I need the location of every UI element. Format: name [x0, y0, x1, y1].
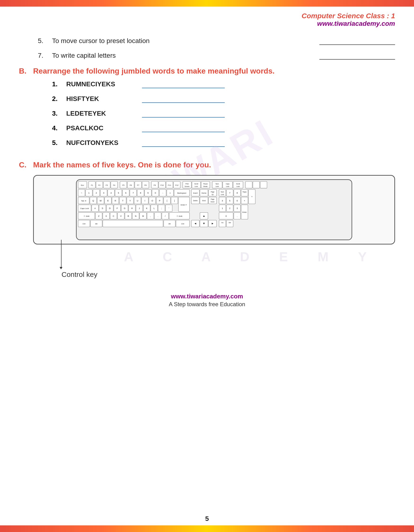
- svg-text:5: 5: [118, 192, 119, 194]
- svg-text:0: 0: [155, 192, 156, 194]
- svg-text:⇧ Shift: ⇧ Shift: [176, 215, 183, 217]
- svg-text:Home: Home: [202, 192, 207, 194]
- svg-text:T: T: [122, 200, 124, 202]
- svg-text:F1: F1: [91, 184, 93, 186]
- control-key-label: Control key: [61, 270, 97, 278]
- svg-text:Delete: Delete: [193, 200, 198, 201]
- svg-text:E: E: [107, 200, 109, 202]
- svg-text:F9: F9: [154, 184, 156, 186]
- item-text: To write capital letters: [52, 52, 312, 59]
- svg-text:,: ,: [150, 215, 151, 217]
- svg-text:M: M: [142, 215, 144, 217]
- svg-text:⇧ Shift: ⇧ Shift: [84, 215, 90, 217]
- svg-text:F11: F11: [168, 184, 171, 186]
- svg-text:Lock: Lock: [226, 186, 229, 187]
- svg-text:+: +: [251, 196, 252, 198]
- keyboard-svg: Esc F1 F2 F3 F4 F5: [37, 179, 391, 240]
- item-number: 7.: [38, 52, 52, 59]
- item-number: 4.: [52, 124, 66, 132]
- answer-line: [142, 139, 225, 147]
- svg-text:-: -: [162, 192, 163, 194]
- svg-text:3: 3: [237, 207, 238, 209]
- svg-text:4: 4: [222, 200, 223, 202]
- svg-text:F10: F10: [161, 184, 164, 186]
- svg-text:8: 8: [140, 192, 141, 194]
- svg-text:6: 6: [237, 200, 238, 202]
- svg-text:▼: ▼: [202, 222, 205, 225]
- svg-text:.: .: [237, 215, 238, 217]
- svg-text:Page: Page: [211, 198, 215, 200]
- svg-text:Lock: Lock: [237, 186, 240, 187]
- item-number: 3.: [52, 110, 66, 117]
- svg-rect-216: [226, 220, 233, 227]
- header-title: Computer Science Class : 1: [302, 12, 395, 20]
- svg-text:': ': [169, 207, 169, 209]
- svg-text:3: 3: [103, 192, 104, 194]
- svg-text:Z: Z: [98, 215, 100, 217]
- list-item: 1. RUMNECIYEKS: [52, 80, 275, 88]
- svg-text:Num: Num: [215, 183, 219, 185]
- svg-text:7: 7: [133, 192, 134, 194]
- svg-text:O: O: [151, 200, 153, 202]
- svg-rect-214: [219, 220, 226, 227]
- item-number: 5.: [38, 37, 52, 45]
- svg-text:Ctrl: Ctrl: [181, 223, 184, 225]
- answer-line: [142, 109, 225, 117]
- svg-text:◄: ◄: [194, 222, 197, 225]
- svg-text:L: L: [154, 207, 155, 209]
- item-text: To move cursor to preset location: [52, 37, 312, 45]
- section-b-heading: Rearrange the following jumbled words to…: [33, 67, 275, 76]
- svg-text:N: N: [135, 215, 136, 217]
- svg-text:Alt: Alt: [168, 223, 171, 225]
- item-number: 2.: [52, 95, 66, 103]
- svg-text:=: =: [169, 192, 171, 194]
- section-c-label: C.: [19, 161, 33, 169]
- svg-text:F3: F3: [106, 184, 108, 186]
- section-b-content: 1. RUMNECIYEKS 2. HISFTYEK 3. LEDETEYEK: [52, 80, 275, 147]
- svg-text:F5: F5: [122, 184, 125, 186]
- svg-text:X: X: [106, 215, 107, 217]
- svg-text:P: P: [159, 200, 160, 202]
- svg-text:2: 2: [229, 207, 231, 209]
- svg-text:Down: Down: [211, 201, 215, 203]
- jumbled-word: PSACLKOC: [66, 124, 133, 132]
- svg-text:F4: F4: [113, 184, 116, 186]
- section-b: B. Rearrange the following jumbled words…: [19, 67, 395, 153]
- svg-rect-47: [260, 181, 267, 188]
- svg-text:F7: F7: [137, 184, 139, 186]
- svg-text:Up: Up: [212, 194, 214, 196]
- svg-text:End: End: [202, 200, 206, 202]
- footer: www.tiwariacademy.com A Step towards fre…: [19, 293, 395, 308]
- footer-website: www.tiwariacademy.com: [19, 293, 395, 300]
- svg-text:Print: Print: [185, 183, 189, 185]
- jumbled-word: RUMNECIYEKS: [66, 80, 133, 88]
- svg-text:[: [: [167, 200, 167, 202]
- svg-text:Lock: Lock: [195, 186, 198, 187]
- keyboard-diagram: Esc F1 F2 F3 F4 F5: [33, 175, 395, 245]
- svg-text:~: ~: [81, 192, 82, 194]
- svg-text:Del: Del: [229, 222, 231, 223]
- svg-text:I: I: [144, 200, 145, 202]
- svg-text:F12: F12: [175, 184, 178, 186]
- svg-text:F6: F6: [130, 184, 132, 186]
- svg-text:G: G: [124, 207, 125, 209]
- svg-text:1: 1: [88, 192, 89, 194]
- svg-text:D: D: [109, 207, 111, 209]
- svg-text:Caps: Caps: [226, 183, 230, 185]
- svg-text:V: V: [120, 215, 122, 217]
- svg-text:Esc: Esc: [81, 184, 84, 186]
- svg-text:Ctrl: Ctrl: [83, 223, 85, 225]
- svg-text:Alt: Alt: [95, 223, 98, 225]
- svg-text:0: 0: [225, 215, 227, 217]
- svg-rect-203: [103, 220, 163, 227]
- svg-text:2: 2: [96, 192, 97, 194]
- list-item: 5. To move cursor to preset location: [38, 37, 395, 45]
- svg-text:Pause: Pause: [203, 183, 208, 185]
- jumbled-word: LEDETEYEK: [66, 110, 133, 117]
- section-a-items: 5. To move cursor to preset location 7. …: [38, 37, 395, 60]
- svg-text:C: C: [113, 215, 115, 217]
- svg-text:+: +: [244, 200, 245, 202]
- svg-text:U: U: [137, 200, 138, 202]
- svg-text:Page: Page: [211, 191, 215, 193]
- bottom-decorative-bar: [0, 525, 414, 532]
